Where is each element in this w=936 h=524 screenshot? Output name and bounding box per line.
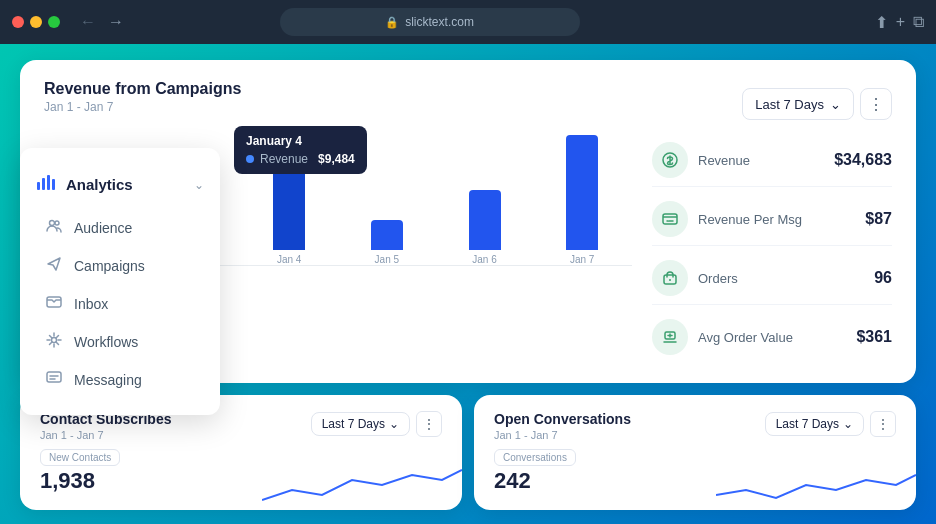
bar-label-jan4: Jan 4 bbox=[277, 254, 301, 265]
revpermsg-icon-wrap bbox=[652, 201, 688, 237]
campaigns-icon bbox=[44, 256, 64, 276]
bar-label-jan5: Jan 5 bbox=[375, 254, 399, 265]
bar-label-jan6: Jan 6 bbox=[472, 254, 496, 265]
tooltip-dot bbox=[246, 155, 254, 163]
avgorder-icon-wrap bbox=[652, 319, 688, 355]
lock-icon: 🔒 bbox=[385, 16, 399, 29]
svg-rect-1 bbox=[42, 178, 45, 190]
last-days-dropdown[interactable]: Last 7 Days ⌄ bbox=[742, 88, 854, 120]
analytics-label: Analytics bbox=[66, 176, 184, 193]
contact-mini-chart bbox=[262, 460, 462, 510]
minimize-button[interactable] bbox=[30, 16, 42, 28]
audience-icon bbox=[44, 218, 64, 238]
tabs-icon[interactable]: ⧉ bbox=[913, 13, 924, 32]
svg-point-12 bbox=[669, 279, 671, 281]
svg-point-5 bbox=[55, 221, 59, 225]
tooltip-value: $9,484 bbox=[318, 152, 355, 166]
stat-row-orders: Orders 96 bbox=[652, 252, 892, 305]
contact-last-days-dropdown[interactable]: Last 7 Days ⌄ bbox=[311, 412, 410, 436]
bar-jan6 bbox=[469, 190, 501, 250]
url-text: slicktext.com bbox=[405, 15, 474, 29]
bottom-card-header-2: Open Conversations Jan 1 - Jan 7 Last 7 … bbox=[494, 411, 896, 441]
tooltip-date: January 4 bbox=[246, 134, 355, 148]
stat-value-avgorder: $361 bbox=[856, 328, 892, 346]
conv-card-date: Jan 1 - Jan 7 bbox=[494, 429, 631, 441]
stat-row-avgorder: Avg Order Value $361 bbox=[652, 311, 892, 363]
traffic-lights bbox=[12, 16, 60, 28]
stat-row-revpermsg: Revenue Per Msg $87 bbox=[652, 193, 892, 246]
contact-filter-label: Last 7 Days bbox=[322, 417, 385, 431]
sidebar-item-campaigns[interactable]: Campaigns bbox=[20, 247, 220, 285]
svg-rect-10 bbox=[663, 214, 677, 224]
chart-tooltip: January 4 Revenue $9,484 bbox=[234, 126, 367, 174]
sidebar: Analytics ⌄ Audience bbox=[20, 148, 220, 415]
sidebar-item-workflows[interactable]: Workflows bbox=[20, 323, 220, 361]
forward-button[interactable]: → bbox=[104, 11, 128, 33]
sidebar-item-audience[interactable]: Audience bbox=[20, 209, 220, 247]
sidebar-item-workflows-label: Workflows bbox=[74, 334, 138, 350]
svg-rect-8 bbox=[47, 372, 61, 382]
bar-jan7 bbox=[566, 135, 598, 250]
tooltip-label: Revenue bbox=[260, 152, 308, 166]
dropdown-chevron-icon: ⌄ bbox=[830, 97, 841, 112]
sidebar-item-audience-label: Audience bbox=[74, 220, 132, 236]
svg-point-4 bbox=[50, 221, 55, 226]
tooltip-row: Revenue $9,484 bbox=[246, 152, 355, 166]
new-tab-icon[interactable]: + bbox=[896, 13, 905, 32]
conv-more-button[interactable]: ⋮ bbox=[870, 411, 896, 437]
browser-chrome: ← → 🔒 slicktext.com ⬆ + ⧉ bbox=[0, 0, 936, 44]
chevron-down-icon: ⌄ bbox=[194, 178, 204, 192]
bar-jan5 bbox=[371, 220, 403, 250]
svg-rect-3 bbox=[52, 179, 55, 190]
analytics-icon bbox=[36, 172, 56, 197]
main-content: Analytics ⌄ Audience bbox=[0, 44, 936, 524]
conv-last-days-dropdown[interactable]: Last 7 Days ⌄ bbox=[765, 412, 864, 436]
sidebar-item-campaigns-label: Campaigns bbox=[74, 258, 145, 274]
sidebar-item-inbox-label: Inbox bbox=[74, 296, 108, 312]
stat-row-revenue: Revenue $34,683 bbox=[652, 134, 892, 187]
workflows-icon bbox=[44, 332, 64, 352]
stat-name-orders: Orders bbox=[698, 271, 864, 286]
stat-name-revenue: Revenue bbox=[698, 153, 824, 168]
conv-filter-group: Last 7 Days ⌄ ⋮ bbox=[765, 411, 896, 437]
address-bar[interactable]: 🔒 slicktext.com bbox=[280, 8, 580, 36]
bar-group-jan6: Jan 6 bbox=[445, 190, 525, 265]
svg-rect-0 bbox=[37, 182, 40, 190]
sidebar-item-inbox[interactable]: Inbox bbox=[20, 285, 220, 323]
stat-name-avgorder: Avg Order Value bbox=[698, 330, 846, 345]
date-filter: Last 7 Days ⌄ ⋮ bbox=[652, 88, 892, 120]
stats-panel: Last 7 Days ⌄ ⋮ Revenue $34,683 bbox=[652, 80, 892, 363]
sidebar-item-messaging[interactable]: Messaging bbox=[20, 361, 220, 399]
inbox-icon bbox=[44, 294, 64, 314]
contact-more-button[interactable]: ⋮ bbox=[416, 411, 442, 437]
share-icon[interactable]: ⬆ bbox=[875, 13, 888, 32]
sidebar-items: Audience Campaigns Inbox bbox=[20, 209, 220, 399]
svg-rect-2 bbox=[47, 175, 50, 190]
sidebar-analytics-item[interactable]: Analytics ⌄ bbox=[20, 164, 220, 205]
contact-badge: New Contacts bbox=[40, 449, 120, 466]
conv-mini-chart bbox=[716, 460, 916, 510]
orders-icon-wrap bbox=[652, 260, 688, 296]
browser-actions: ⬆ + ⧉ bbox=[875, 13, 924, 32]
stat-value-orders: 96 bbox=[874, 269, 892, 287]
card-subtitle: Jan 1 - Jan 7 bbox=[44, 100, 632, 114]
bar-group-jan5: Jan 5 bbox=[347, 220, 427, 265]
conv-filter-label: Last 7 Days bbox=[776, 417, 839, 431]
bottom-card-header-1: Contact Subscribes Jan 1 - Jan 7 Last 7 … bbox=[40, 411, 442, 441]
contact-dropdown-chevron-icon: ⌄ bbox=[389, 417, 399, 431]
stat-value-revenue: $34,683 bbox=[834, 151, 892, 169]
svg-point-7 bbox=[52, 338, 57, 343]
messaging-icon bbox=[44, 370, 64, 390]
back-button[interactable]: ← bbox=[76, 11, 100, 33]
open-conversations-card: Open Conversations Jan 1 - Jan 7 Last 7 … bbox=[474, 395, 916, 510]
bar-group-jan7: Jan 7 bbox=[542, 135, 622, 265]
close-button[interactable] bbox=[12, 16, 24, 28]
conv-card-info: Open Conversations Jan 1 - Jan 7 bbox=[494, 411, 631, 441]
nav-arrows: ← → bbox=[76, 11, 128, 33]
conv-card-title: Open Conversations bbox=[494, 411, 631, 427]
conv-dropdown-chevron-icon: ⌄ bbox=[843, 417, 853, 431]
more-options-button[interactable]: ⋮ bbox=[860, 88, 892, 120]
conv-badge: Conversations bbox=[494, 449, 576, 466]
contact-card-info: Contact Subscribes Jan 1 - Jan 7 bbox=[40, 411, 171, 441]
maximize-button[interactable] bbox=[48, 16, 60, 28]
